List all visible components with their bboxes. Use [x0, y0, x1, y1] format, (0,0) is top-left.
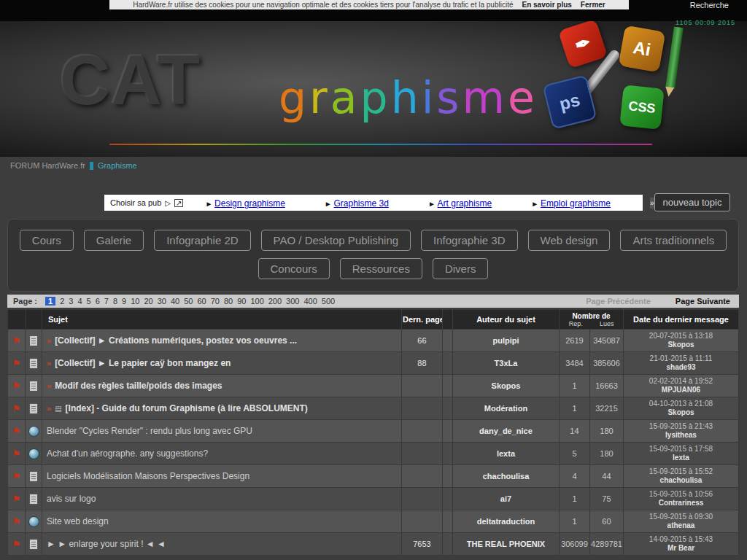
- page-number[interactable]: 200: [268, 297, 282, 306]
- topic-author-link[interactable]: Modération: [484, 404, 527, 413]
- mini-cell: [442, 330, 452, 352]
- topic-author-link[interactable]: pulpipi: [492, 336, 519, 345]
- ad-link[interactable]: ► Emploi graphisme: [531, 198, 611, 209]
- topic-subject-link[interactable]: Blender "Cycles Render" : rendu plus lon…: [47, 426, 252, 436]
- paper-icon: [29, 471, 38, 482]
- page-number[interactable]: 80: [224, 297, 233, 306]
- reads-count: 4289781: [589, 533, 623, 556]
- last-page-link[interactable]: 7653: [413, 540, 430, 548]
- page-number[interactable]: 2: [60, 297, 64, 306]
- page-number[interactable]: 50: [184, 297, 193, 306]
- subject-cell: ► ► enlarge your spirit ! ◄ ◄: [42, 533, 402, 556]
- category-button[interactable]: Infographie 3D: [421, 230, 517, 251]
- category-button[interactable]: PAO / Desktop Publishing: [261, 230, 411, 251]
- last-page-cell: 66: [401, 330, 442, 352]
- arrow-right-icon: ►: [531, 200, 541, 208]
- last-page-link[interactable]: 88: [417, 359, 426, 368]
- category-button[interactable]: Web design: [528, 230, 611, 251]
- topic-author-link[interactable]: deltatraduction: [477, 517, 535, 526]
- author-cell: ai7: [452, 488, 559, 510]
- header-flag-col: [8, 310, 26, 330]
- category-button[interactable]: Infographie 2D: [154, 230, 250, 251]
- topic-subject-link[interactable]: [Index] - Guide du forum Graphisme (à li…: [66, 403, 308, 413]
- photoshop-label: ps: [557, 90, 582, 114]
- page-number[interactable]: 4: [77, 297, 82, 306]
- page-number[interactable]: 8: [113, 297, 117, 306]
- topic-author-link[interactable]: chachoulisa: [483, 472, 530, 481]
- topic-subject-link[interactable]: [Collectif] ► Créations numériques, post…: [55, 335, 297, 346]
- page-number[interactable]: 60: [197, 297, 206, 306]
- page-number[interactable]: 5: [87, 297, 91, 306]
- subject-cell: »[Collectif] ► Le papier caÿ bon mangez …: [42, 352, 402, 375]
- new-topic-button[interactable]: nouveau topic: [654, 193, 730, 211]
- topic-subject-link[interactable]: ► ► enlarge your spirit ! ◄ ◄: [47, 539, 166, 549]
- page-number[interactable]: 90: [237, 297, 246, 306]
- page-number[interactable]: 400: [303, 297, 317, 306]
- topic-subject-link[interactable]: [Collectif] ► Le papier caÿ bon mangez e…: [55, 358, 231, 368]
- ad-link[interactable]: ► Design graphisme: [205, 198, 285, 209]
- cookie-close-link[interactable]: Fermer: [581, 1, 605, 9]
- topic-author-link[interactable]: Skopos: [492, 381, 521, 390]
- last-page-cell: [401, 420, 442, 443]
- topic-author-link[interactable]: dany_de_nice: [479, 427, 533, 435]
- category-button[interactable]: Ressources: [340, 258, 422, 279]
- topic-author-link[interactable]: T3xLa: [495, 359, 518, 368]
- ad-link[interactable]: ► Art graphisme: [428, 198, 492, 209]
- next-page-link[interactable]: Page Suivante: [676, 297, 730, 306]
- flag-icon[interactable]: ⚑: [12, 403, 21, 414]
- cookie-more-link[interactable]: En savoir plus: [522, 1, 572, 9]
- page-number[interactable]: 20: [144, 297, 152, 306]
- page-number[interactable]: 30: [158, 297, 166, 306]
- flag-icon[interactable]: ⚑: [12, 494, 21, 505]
- page-number[interactable]: 7: [104, 297, 109, 306]
- header-count-label: Nombre de: [560, 312, 622, 320]
- mini-cell: [442, 375, 452, 397]
- breadcrumb-current[interactable]: Graphisme: [98, 161, 137, 170]
- page-number[interactable]: 300: [286, 297, 299, 306]
- topic-row: ⚑Blender "Cycles Render" : rendu plus lo…: [8, 420, 739, 443]
- page-number[interactable]: 3: [69, 297, 73, 306]
- red-arrows-icon: »: [47, 381, 51, 390]
- breadcrumb-forum-link[interactable]: FORUM HardWare.fr: [10, 161, 85, 170]
- ad-links: ► Design graphisme► Graphisme 3d► Art gr…: [205, 196, 650, 209]
- category-button[interactable]: Concours: [258, 258, 330, 279]
- ad-link[interactable]: ► Graphisme 3d: [325, 198, 389, 209]
- reads-count: 16663: [589, 375, 623, 397]
- category-button[interactable]: Divers: [433, 258, 489, 279]
- page-number[interactable]: 70: [211, 297, 220, 306]
- flag-icon[interactable]: ⚑: [12, 516, 21, 527]
- page-number[interactable]: 40: [171, 297, 179, 306]
- flag-icon[interactable]: ⚑: [12, 335, 21, 346]
- topic-subject-link[interactable]: Modif des règles taille/poids des images: [55, 381, 222, 391]
- category-button[interactable]: Galerie: [84, 230, 144, 251]
- header-reads: Lues: [592, 320, 623, 327]
- choose-ad-label[interactable]: Choisir sa pub ▷ ↗: [110, 198, 183, 207]
- page-number[interactable]: 9: [122, 297, 126, 306]
- page-number[interactable]: 100: [250, 297, 263, 306]
- topic-subject-link[interactable]: avis sur logo: [47, 494, 96, 504]
- category-button[interactable]: Arts traditionnels: [620, 230, 727, 251]
- flag-icon[interactable]: ⚑: [12, 448, 21, 459]
- flag-icon[interactable]: ⚑: [12, 358, 21, 369]
- flag-cell: ⚑: [8, 375, 26, 397]
- search-link[interactable]: Recherche: [690, 1, 729, 9]
- category-button[interactable]: Cours: [20, 230, 74, 251]
- topic-author-link[interactable]: THE REAL PHOENIX: [467, 540, 545, 548]
- topic-subject-link[interactable]: Logiciels Modélisation Maisons Perspecti…: [47, 471, 249, 481]
- page-number[interactable]: 6: [96, 297, 100, 306]
- flag-icon[interactable]: ⚑: [12, 539, 21, 550]
- flag-icon[interactable]: ⚑: [12, 471, 21, 482]
- flag-icon[interactable]: ⚑: [12, 426, 21, 437]
- strip-end-icon[interactable]: »: [650, 198, 654, 209]
- topic-author-link[interactable]: ai7: [500, 494, 511, 503]
- subject-cell: »Modif des règles taille/poids des image…: [42, 375, 402, 397]
- page-number[interactable]: 10: [131, 297, 139, 306]
- last-page-link[interactable]: 66: [417, 336, 426, 345]
- topic-subject-link[interactable]: Achat d'un aérographe. any suggestions?: [47, 448, 208, 459]
- topic-subject-link[interactable]: Site web design: [47, 516, 109, 526]
- topic-author-link[interactable]: lexta: [497, 449, 515, 458]
- page-number-current[interactable]: 1: [45, 297, 55, 306]
- arrow-right-icon: ►: [205, 200, 214, 208]
- page-number[interactable]: 500: [322, 297, 335, 306]
- flag-icon[interactable]: ⚑: [12, 381, 21, 392]
